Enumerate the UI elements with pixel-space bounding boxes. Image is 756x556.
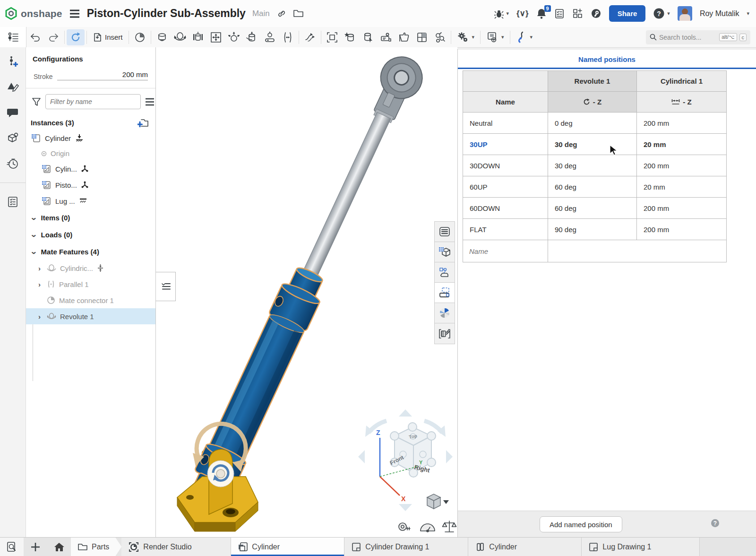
display-options-button[interactable] bbox=[435, 323, 455, 344]
folder-icon[interactable] bbox=[293, 9, 304, 18]
named-position-row[interactable]: 60UP 60 deg 20 mm bbox=[463, 176, 726, 198]
revolute-value-cell[interactable]: 90 deg bbox=[548, 219, 637, 240]
tab-render-studio[interactable]: Render Studio bbox=[121, 538, 231, 556]
graphics-viewport[interactable]: Top Front Right Z X Y bbox=[156, 47, 457, 537]
cylindrical-value-cell[interactable]: 200 mm bbox=[637, 113, 726, 134]
tree-item-pisto[interactable]: Pisto... bbox=[26, 177, 155, 193]
comments-panel-button[interactable] bbox=[4, 105, 21, 120]
sidebar-flyout-handle[interactable] bbox=[156, 272, 176, 301]
insights-panel-button[interactable] bbox=[4, 130, 21, 146]
avatar[interactable] bbox=[678, 6, 692, 21]
view-cube-menu[interactable] bbox=[427, 494, 449, 509]
create-tab-button[interactable] bbox=[24, 538, 47, 556]
main-menu-icon[interactable] bbox=[69, 9, 80, 18]
filter-input[interactable] bbox=[45, 94, 141, 109]
replicate-tool[interactable] bbox=[377, 29, 395, 45]
tasks-icon[interactable] bbox=[554, 9, 565, 19]
link-icon[interactable] bbox=[276, 9, 286, 18]
rotate-tool-button[interactable] bbox=[67, 29, 85, 45]
section-mate-features[interactable]: ⌄ Mate Features (4) bbox=[26, 243, 155, 260]
named-position-row[interactable]: 60DOWN 60 deg 200 mm bbox=[463, 198, 726, 219]
report-issue-button[interactable]: ▾ bbox=[494, 9, 509, 19]
tape-measure-icon[interactable] bbox=[399, 523, 410, 530]
mass-properties-icon[interactable] bbox=[421, 524, 435, 532]
caret-down-icon[interactable]: ▾ bbox=[747, 10, 749, 17]
snapshots-button[interactable] bbox=[435, 262, 455, 283]
cylindrical-value-cell[interactable]: 200 mm bbox=[637, 198, 726, 219]
add-instance-icon[interactable] bbox=[137, 118, 149, 127]
named-views-tool[interactable] bbox=[413, 29, 431, 45]
workspace-name[interactable]: Main bbox=[252, 9, 270, 18]
display-states-menu[interactable]: ▾ bbox=[482, 29, 508, 45]
tree-item-origin[interactable]: Origin bbox=[26, 146, 155, 161]
named-positions-button[interactable] bbox=[435, 283, 455, 303]
apps-grid-icon[interactable] bbox=[572, 8, 583, 19]
tab-cylinder-assembly[interactable]: Cylinder bbox=[231, 538, 344, 556]
named-position-row[interactable]: 30DOWN 30 deg 200 mm bbox=[463, 155, 726, 176]
new-position-name-input[interactable] bbox=[463, 240, 548, 262]
search-tabs-button[interactable] bbox=[0, 538, 24, 556]
configurations-button[interactable] bbox=[435, 242, 455, 262]
mate-item-connector[interactable]: Mate connector 1 bbox=[26, 292, 155, 308]
mate-item-cylindrical[interactable]: › Cylindric... bbox=[26, 260, 155, 276]
fastened-mate-tool[interactable] bbox=[153, 29, 171, 45]
cylindrical-value-cell[interactable]: 200 mm bbox=[637, 155, 726, 176]
home-tab-button[interactable] bbox=[47, 538, 71, 556]
mate-relations-tool[interactable] bbox=[301, 29, 319, 45]
revolute-value-cell[interactable]: 30 deg bbox=[548, 134, 637, 155]
comments-list-button[interactable] bbox=[435, 222, 455, 242]
redo-button[interactable] bbox=[44, 29, 62, 45]
filter-icon[interactable] bbox=[32, 97, 41, 106]
tree-item-cylinder-assembly[interactable]: Cylinder bbox=[26, 130, 155, 146]
share-button[interactable]: Share bbox=[609, 5, 646, 22]
appearances-button[interactable] bbox=[435, 303, 455, 323]
revolute-column-header[interactable]: Revolute 1 bbox=[548, 71, 637, 92]
mate-connector-tool[interactable] bbox=[131, 29, 149, 45]
mate-item-revolute[interactable]: › Revolute 1 bbox=[26, 308, 155, 324]
notifications-button[interactable]: 9 bbox=[536, 8, 547, 19]
stroke-value-input[interactable]: 200 mm bbox=[57, 70, 148, 80]
selection-frame-tool[interactable] bbox=[323, 29, 341, 45]
tab-cylinder-partstudio[interactable]: Cylinder bbox=[468, 538, 582, 556]
help-button[interactable]: ? ▾ bbox=[653, 8, 670, 19]
appearance-panel-button[interactable] bbox=[4, 79, 21, 95]
section-view-menu[interactable]: ▾ bbox=[512, 29, 537, 45]
cylindrical-value-cell[interactable]: 200 mm bbox=[637, 219, 726, 240]
revolute-value-cell[interactable]: 60 deg bbox=[548, 176, 637, 198]
ball-mate-tool[interactable] bbox=[225, 29, 243, 45]
view-cube[interactable]: Top Front Right Z X Y bbox=[358, 409, 453, 511]
configurations-panel-button[interactable] bbox=[4, 54, 21, 69]
configuration-row-stroke[interactable]: Stroke 200 mm bbox=[26, 65, 155, 83]
position-name-cell[interactable]: 60DOWN bbox=[463, 198, 548, 219]
assembly-features-menu[interactable]: ▾ bbox=[453, 29, 479, 45]
revolute-value-cell[interactable]: 0 deg bbox=[548, 113, 637, 134]
user-name[interactable]: Roy Mutalik bbox=[700, 9, 739, 18]
exploded-view-tool[interactable] bbox=[431, 29, 449, 45]
position-name-cell[interactable]: 30DOWN bbox=[463, 155, 548, 176]
undo-button[interactable] bbox=[26, 29, 44, 45]
tree-item-lug[interactable]: Lug ... bbox=[26, 193, 155, 209]
cylindrical-value-cell[interactable]: 20 mm bbox=[637, 134, 726, 155]
cylindrical-mate-tool[interactable] bbox=[243, 29, 261, 45]
revolute-mate-tool[interactable] bbox=[171, 29, 189, 45]
history-panel-button[interactable] bbox=[4, 156, 21, 171]
pattern-tool[interactable] bbox=[359, 29, 377, 45]
named-position-row[interactable]: 30UP 30 deg 20 mm bbox=[463, 134, 726, 155]
snap-mode-tool[interactable] bbox=[395, 29, 413, 45]
insert-button[interactable]: Insert bbox=[89, 29, 127, 45]
learning-center-icon[interactable] bbox=[591, 8, 601, 19]
list-options-icon[interactable] bbox=[145, 98, 155, 106]
slider-mate-tool[interactable] bbox=[189, 29, 207, 45]
tree-item-cylin[interactable]: Cylin... bbox=[26, 161, 155, 177]
mate-item-parallel[interactable]: › Parallel 1 bbox=[26, 276, 155, 292]
cylindrical-value-cell[interactable]: 20 mm bbox=[637, 176, 726, 198]
named-position-row[interactable]: Neutral 0 deg 200 mm bbox=[463, 113, 726, 134]
position-name-cell[interactable]: 60UP bbox=[463, 176, 548, 198]
help-icon[interactable]: ? bbox=[711, 519, 719, 527]
tab-parts[interactable]: Parts bbox=[71, 538, 121, 556]
section-items[interactable]: ⌄ Items (0) bbox=[26, 209, 155, 226]
pin-slot-mate-tool[interactable] bbox=[261, 29, 279, 45]
assembly-panel-toggle[interactable] bbox=[0, 27, 26, 47]
parallel-mate-tool[interactable] bbox=[279, 29, 297, 45]
piston-rod[interactable] bbox=[294, 108, 395, 293]
